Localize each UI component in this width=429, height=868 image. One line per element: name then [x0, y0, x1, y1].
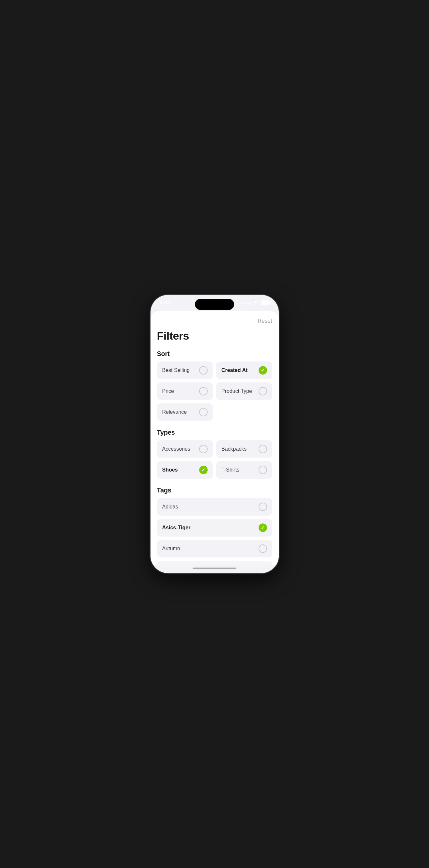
types-options-row2: Shoes ✓ T-Shirts: [157, 461, 272, 479]
type-option-tshirts-radio: [258, 466, 267, 474]
tag-option-backpack[interactable]: Backpack: [157, 561, 272, 565]
type-option-shoes-label: Shoes: [162, 467, 178, 473]
sort-option-product-type[interactable]: Product Type: [216, 382, 272, 400]
sort-options-row2: Price Product Type: [157, 382, 272, 400]
phone-frame: 9:32: [151, 295, 279, 573]
sort-option-relevance-radio: [199, 408, 208, 416]
sort-option-created-at-label: Created At: [221, 367, 247, 373]
tag-option-asics-tiger-radio: ✓: [258, 524, 267, 532]
tag-option-adidas-radio: [258, 503, 267, 511]
type-option-shoes-radio: ✓: [199, 466, 208, 474]
check-icon-created-at: ✓: [261, 368, 265, 373]
type-option-accessories[interactable]: Accessories: [157, 440, 213, 458]
types-options-row1: Accessories Backpacks: [157, 440, 272, 458]
header-row: Reset: [157, 318, 272, 324]
status-time: 9:32: [160, 300, 170, 306]
type-option-shoes[interactable]: Shoes ✓: [157, 461, 213, 479]
tags-section-label: Tags: [157, 487, 272, 494]
sort-option-best-selling-radio: [199, 366, 208, 375]
sort-option-best-selling[interactable]: Best Selling: [157, 362, 213, 379]
sort-option-relevance[interactable]: Relevance: [157, 403, 213, 421]
sort-option-price[interactable]: Price: [157, 382, 213, 400]
sort-section-label: Sort: [157, 350, 272, 358]
sort-option-created-at-radio: ✓: [258, 366, 267, 375]
tag-option-autumn-label: Autumn: [162, 546, 180, 552]
page-title: Filters: [157, 330, 272, 342]
battery-icon: [261, 301, 270, 305]
type-option-backpacks-label: Backpacks: [221, 446, 246, 452]
tag-option-autumn[interactable]: Autumn: [157, 540, 272, 557]
reset-button[interactable]: Reset: [257, 318, 272, 324]
sort-option-best-selling-label: Best Selling: [162, 367, 190, 373]
tag-option-adidas-label: Adidas: [162, 504, 178, 510]
type-option-accessories-radio: [199, 445, 208, 453]
main-content[interactable]: Reset Filters Sort Best Selling: [151, 311, 279, 565]
status-icons: [241, 300, 270, 306]
type-option-backpacks-radio: [258, 445, 267, 453]
tags-section: Tags Adidas Asics-Tiger ✓: [157, 487, 272, 565]
type-option-tshirts[interactable]: T-Shirts: [216, 461, 272, 479]
sort-section: Sort Best Selling Created At ✓: [157, 350, 272, 421]
type-option-accessories-label: Accessories: [162, 446, 190, 452]
types-section: Types Accessories Backpacks: [157, 429, 272, 479]
check-icon-shoes: ✓: [202, 467, 205, 472]
phone-screen: 9:32: [151, 295, 279, 573]
sort-options-row1: Best Selling Created At ✓: [157, 362, 272, 379]
tag-option-autumn-radio: [258, 545, 267, 553]
tag-option-asics-tiger[interactable]: Asics-Tiger ✓: [157, 519, 272, 536]
sort-option-product-type-label: Product Type: [221, 388, 252, 394]
tag-option-asics-tiger-label: Asics-Tiger: [162, 525, 191, 531]
wifi-icon: [253, 300, 258, 306]
home-indicator: [151, 565, 279, 573]
check-icon-asics-tiger: ✓: [261, 525, 265, 530]
sort-option-relevance-label: Relevance: [162, 409, 187, 415]
type-option-backpacks[interactable]: Backpacks: [216, 440, 272, 458]
sort-option-price-radio: [199, 387, 208, 396]
type-option-tshirts-label: T-Shirts: [221, 467, 239, 473]
tag-option-adidas[interactable]: Adidas: [157, 498, 272, 516]
sort-option-created-at[interactable]: Created At ✓: [216, 362, 272, 379]
types-section-label: Types: [157, 429, 272, 436]
sort-option-product-type-radio: [258, 387, 267, 396]
dynamic-island: [195, 299, 234, 310]
signal-icon: [241, 302, 251, 304]
sort-option-price-label: Price: [162, 388, 174, 394]
home-bar: [193, 567, 236, 569]
